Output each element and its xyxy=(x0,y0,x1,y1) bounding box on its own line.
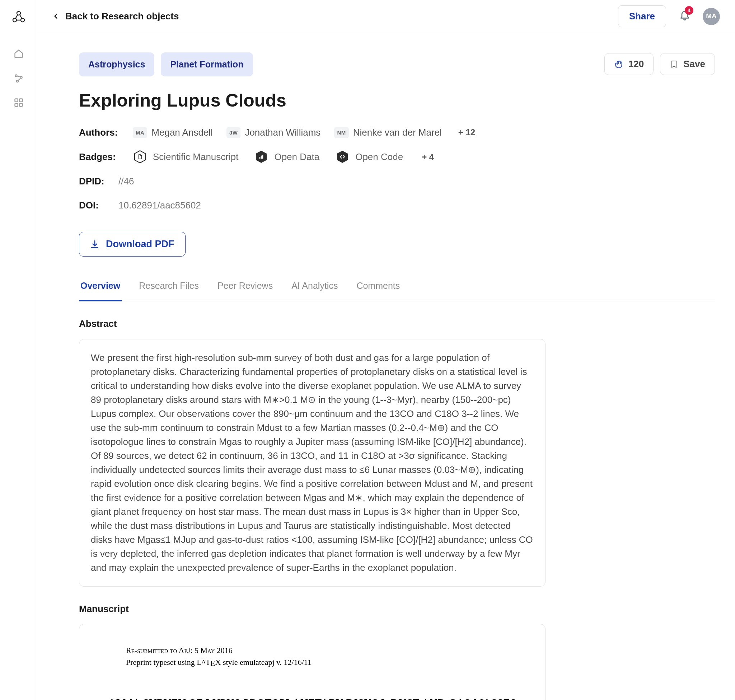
author[interactable]: JW Jonathan Williams xyxy=(227,126,321,139)
author[interactable]: MA Megan Ansdell xyxy=(133,126,213,139)
badge-label: Open Code xyxy=(355,150,403,163)
app-logo[interactable] xyxy=(12,10,26,24)
authors-more[interactable]: + 12 xyxy=(458,126,475,138)
svg-rect-9 xyxy=(19,103,22,106)
badge-open-code[interactable]: Open Code xyxy=(335,150,403,164)
manuscript-heading: Manuscript xyxy=(79,602,715,615)
download-label: Download PDF xyxy=(106,238,174,250)
manuscript-title: ALMA SURVEY OF LUPUS PROTOPLANETARY DISK… xyxy=(94,694,531,700)
bookmark-icon xyxy=(670,60,678,69)
svg-point-2 xyxy=(21,18,24,22)
category-chip[interactable]: Planet Formation xyxy=(161,52,253,76)
dpid-label: DPID: xyxy=(79,175,111,188)
clap-icon xyxy=(614,60,623,69)
abstract-text: We present the first high-resolution sub… xyxy=(91,352,533,573)
svg-rect-7 xyxy=(19,99,22,102)
badge-label: Scientific Manuscript xyxy=(153,150,238,163)
category-chips: Astrophysics Planet Formation xyxy=(79,52,604,76)
topbar: Back to Research objects Share 4 MA xyxy=(37,0,735,33)
dpid-value: //46 xyxy=(118,175,134,188)
author[interactable]: NM Nienke van der Marel xyxy=(334,126,442,139)
badge-open-data[interactable]: Open Data xyxy=(254,150,320,164)
authors-label: Authors: xyxy=(79,126,125,139)
back-button[interactable]: Back to Research objects xyxy=(52,10,179,23)
reaction-count: 120 xyxy=(628,59,644,70)
author-name: Nienke van der Marel xyxy=(353,126,442,139)
avatar[interactable]: MA xyxy=(703,8,720,25)
save-button[interactable]: Save xyxy=(660,53,715,75)
author-initials: MA xyxy=(133,127,147,138)
notification-count: 4 xyxy=(685,6,693,15)
tab-comments[interactable]: Comments xyxy=(355,276,401,301)
chevron-left-icon xyxy=(52,13,60,20)
author-initials: JW xyxy=(227,127,241,138)
notifications-button[interactable]: 4 xyxy=(679,9,691,24)
category-chip[interactable]: Astrophysics xyxy=(79,52,154,76)
hex-bars-icon xyxy=(254,150,268,164)
author-initials: NM xyxy=(334,127,349,138)
tab-ai-analytics[interactable]: AI Analytics xyxy=(290,276,339,301)
svg-rect-11 xyxy=(261,156,262,159)
back-label: Back to Research objects xyxy=(65,10,179,23)
badges-more[interactable]: + 4 xyxy=(422,151,434,163)
reaction-count-button[interactable]: 120 xyxy=(604,53,654,75)
svg-rect-8 xyxy=(15,103,18,106)
save-label: Save xyxy=(683,59,705,70)
download-icon xyxy=(90,240,99,249)
authors-row: Authors: MA Megan Ansdell JW Jonathan Wi… xyxy=(79,126,604,139)
dpid-row: DPID: //46 xyxy=(79,175,604,188)
svg-point-3 xyxy=(15,75,17,76)
svg-point-1 xyxy=(13,18,16,22)
manuscript-header: Re-submitted to ApJ: 5 May 2016 Preprint… xyxy=(126,644,531,669)
hex-file-icon xyxy=(133,150,147,164)
download-pdf-button[interactable]: Download PDF xyxy=(79,232,186,257)
badge-label: Open Data xyxy=(274,150,320,163)
hex-code-icon xyxy=(335,150,349,164)
nav-home-icon[interactable] xyxy=(14,49,24,59)
svg-rect-12 xyxy=(262,154,264,159)
abstract-heading: Abstract xyxy=(79,317,715,330)
svg-point-4 xyxy=(20,76,22,78)
tab-research-files[interactable]: Research Files xyxy=(137,276,200,301)
author-name: Megan Ansdell xyxy=(152,126,213,139)
resubmitted-line: Re-submitted to ApJ: 5 May 2016 xyxy=(126,644,531,656)
abstract-box: We present the first high-resolution sub… xyxy=(79,339,545,587)
tab-peer-reviews[interactable]: Peer Reviews xyxy=(216,276,274,301)
preprint-line: Preprint typeset using LATEX style emula… xyxy=(126,656,531,669)
svg-rect-10 xyxy=(259,157,261,159)
badges-row: Badges: Scientific Manuscript xyxy=(79,150,604,164)
doi-label: DOI: xyxy=(79,199,111,212)
badge-scientific-manuscript[interactable]: Scientific Manuscript xyxy=(133,150,238,164)
nav-graph-icon[interactable] xyxy=(14,73,24,83)
sidebar xyxy=(0,0,37,700)
page-title: Exploring Lupus Clouds xyxy=(79,88,604,113)
manuscript-box: May 2017 Re-submitted to ApJ: 5 May 2016… xyxy=(79,624,545,700)
svg-rect-6 xyxy=(15,99,18,102)
badges-label: Badges: xyxy=(79,150,125,163)
author-name: Jonathan Williams xyxy=(245,126,321,139)
doi-row: DOI: 10.62891/aac85602 xyxy=(79,199,604,212)
svg-point-0 xyxy=(17,12,21,15)
tabs: Overview Research Files Peer Reviews AI … xyxy=(79,276,715,301)
nav-grid-icon[interactable] xyxy=(14,98,24,107)
doi-value: 10.62891/aac85602 xyxy=(118,199,201,212)
tab-overview[interactable]: Overview xyxy=(79,276,122,301)
share-button[interactable]: Share xyxy=(618,5,666,27)
